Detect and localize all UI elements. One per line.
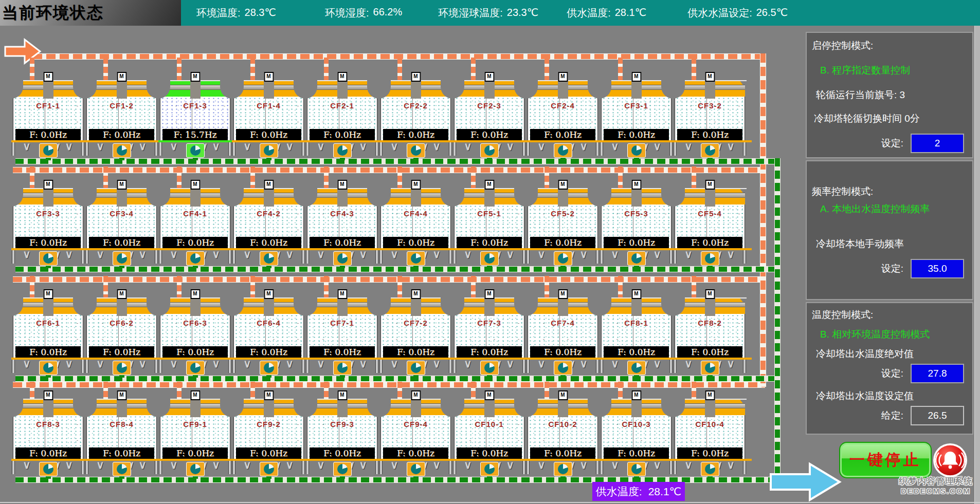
pump-icon[interactable] [627,143,646,158]
pump-icon[interactable] [627,361,646,375]
cooling-tower[interactable]: M CF5-4 F: 0.0Hz ∨ ∨ ∨ [673,180,747,266]
frequency-display[interactable]: F: 0.0Hz [15,129,81,140]
pump-icon[interactable] [186,143,205,158]
frequency-display[interactable]: F: 0.0Hz [383,346,448,358]
frequency-display[interactable]: F: 0.0Hz [162,447,228,459]
frequency-display[interactable]: F: 0.0Hz [457,237,522,248]
frequency-display[interactable]: F: 0.0Hz [604,447,669,459]
pump-icon[interactable] [554,251,572,266]
pump-icon[interactable] [113,143,131,158]
pump-icon[interactable] [113,361,131,375]
frequency-display[interactable]: F: 0.0Hz [236,447,301,459]
pump-impeller-icon [411,464,421,474]
pump-impeller-icon [631,464,642,474]
pump-icon[interactable] [407,143,425,158]
alarm-bell-icon[interactable] [933,443,968,478]
motor-icon: M [337,72,347,82]
pump-icon[interactable] [39,361,58,375]
frequency-display[interactable]: F: 0.0Hz [310,237,375,248]
pump-icon[interactable] [701,143,719,158]
pump-icon[interactable] [39,143,58,158]
frequency-display[interactable]: F: 0.0Hz [89,237,154,248]
frequency-display[interactable]: F: 0.0Hz [530,129,595,140]
pump-icon[interactable] [260,143,278,158]
one-key-stop-button[interactable]: 一键停止 [839,442,932,478]
pump-icon[interactable] [260,462,278,476]
pump-icon[interactable] [260,251,278,266]
tower-legs: ∨ ∨ ∨ [307,142,377,158]
pump-icon[interactable] [407,462,425,476]
frequency-display[interactable]: F: 0.0Hz [677,346,742,358]
frequency-display[interactable]: F: 0.0Hz [310,346,375,358]
frequency-display[interactable]: F: 0.0Hz [677,237,742,248]
tower-label: CF1-2 [87,101,156,110]
pump-icon[interactable] [186,462,205,476]
pump-icon[interactable] [113,462,131,476]
pump-icon[interactable] [333,462,352,476]
pump-icon[interactable] [407,251,425,266]
fan-hub [558,398,568,417]
cooling-tower[interactable]: M CF10-4 F: 0.0Hz ∨ ∨ ∨ [673,390,747,477]
frequency-display[interactable]: F: 0.0Hz [604,237,669,248]
frequency-display[interactable]: F: 0.0Hz [457,129,522,140]
frequency-display[interactable]: F: 0.0Hz [89,447,154,459]
frequency-display[interactable]: F: 0.0Hz [530,237,595,248]
cooling-tower[interactable]: M CF8-2 F: 0.0Hz ∨ ∨ ∨ [673,289,747,376]
pump-icon[interactable] [39,251,58,266]
frequency-display[interactable]: F: 0.0Hz [310,129,375,140]
pump-icon[interactable] [480,143,499,158]
pump-icon[interactable] [480,251,499,266]
frequency-display[interactable]: F: 0.0Hz [383,447,448,459]
pump-icon[interactable] [113,251,131,266]
tower-base [11,358,85,360]
frequency-display[interactable]: F: 0.0Hz [383,237,448,248]
manual-frequency-setpoint-input[interactable]: 35.0 [911,259,964,278]
frequency-display[interactable]: F: 15.7Hz [162,129,228,140]
right-scroll-strip[interactable] [974,26,980,504]
frequency-display[interactable]: F: 0.0Hz [236,237,301,248]
tower-body: CF6-3 F: 0.0Hz [160,314,230,358]
pump-icon[interactable] [554,361,572,375]
frequency-display[interactable]: F: 0.0Hz [604,129,669,140]
pump-icon[interactable] [333,143,352,158]
pump-icon[interactable] [260,361,278,375]
pump-icon[interactable] [627,462,646,476]
frequency-display[interactable]: F: 0.0Hz [457,447,522,459]
pump-icon[interactable] [333,361,352,375]
frequency-display[interactable]: F: 0.0Hz [15,346,81,358]
frequency-display[interactable]: F: 0.0Hz [310,447,375,459]
frequency-display[interactable]: F: 0.0Hz [162,237,228,248]
frequency-display[interactable]: F: 0.0Hz [604,346,669,358]
cooling-tower[interactable]: M CF3-2 F: 0.0Hz ∨ ∨ ∨ [673,72,747,158]
frequency-display[interactable]: F: 0.0Hz [236,346,301,358]
pump-icon[interactable] [480,462,499,476]
pump-icon[interactable] [186,251,205,266]
pump-icon[interactable] [39,462,58,476]
pump-icon[interactable] [333,251,352,266]
outlet-temp-setpoint-input[interactable]: 27.8 [911,364,964,383]
frequency-display[interactable]: F: 0.0Hz [677,447,742,459]
frequency-display[interactable]: F: 0.0Hz [162,346,228,358]
pump-icon[interactable] [701,251,719,266]
frequency-display[interactable]: F: 0.0Hz [457,346,522,358]
frequency-display[interactable]: F: 0.0Hz [89,129,154,140]
frequency-display[interactable]: F: 0.0Hz [383,129,448,140]
frequency-display[interactable]: F: 0.0Hz [15,237,81,248]
frequency-display[interactable]: F: 0.0Hz [236,129,301,140]
pump-icon[interactable] [627,251,646,266]
tower-count-setpoint-input[interactable]: 2 [911,134,964,153]
frequency-display[interactable]: F: 0.0Hz [15,447,81,459]
pump-icon[interactable] [554,143,572,158]
tower-legs: ∨ ∨ ∨ [160,461,230,477]
pump-icon[interactable] [701,462,719,476]
frequency-display[interactable]: F: 0.0Hz [530,346,595,358]
fan-hub [190,398,201,417]
frequency-display[interactable]: F: 0.0Hz [89,346,154,358]
pump-icon[interactable] [554,462,572,476]
pump-icon[interactable] [186,361,205,375]
frequency-display[interactable]: F: 0.0Hz [677,129,742,140]
frequency-display[interactable]: F: 0.0Hz [530,447,595,459]
pump-icon[interactable] [407,361,425,375]
pump-icon[interactable] [480,361,499,375]
pump-icon[interactable] [701,361,719,375]
